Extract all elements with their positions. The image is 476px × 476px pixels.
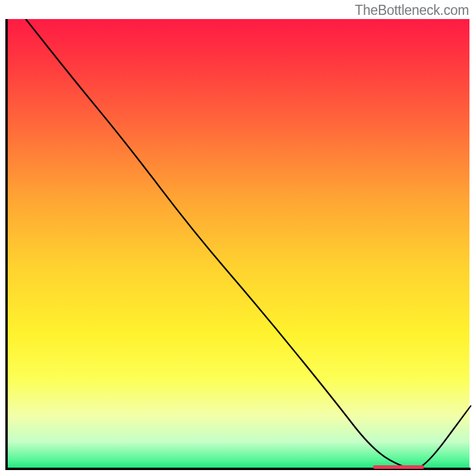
curve-path (26, 19, 471, 469)
chart-container: TheBottleneck.com (0, 0, 476, 476)
attribution-text: TheBottleneck.com (355, 2, 469, 18)
plot-area (4, 19, 472, 471)
highlight-marker (373, 465, 424, 469)
line-series (4, 19, 472, 471)
